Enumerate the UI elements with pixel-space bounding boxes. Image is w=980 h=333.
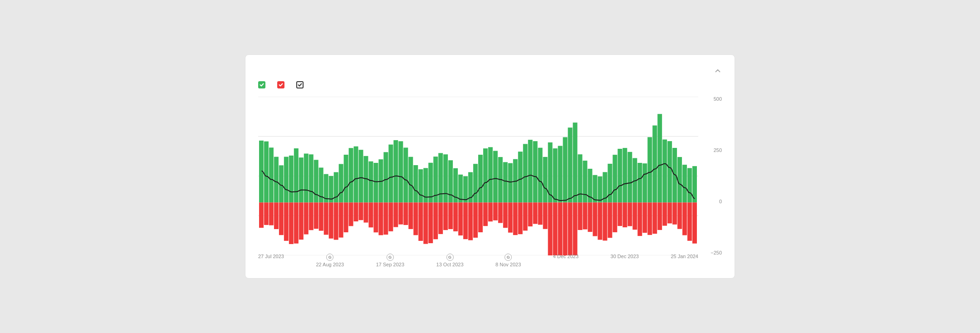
legend-change[interactable] <box>296 81 306 88</box>
y-label-250: 250 <box>714 148 722 153</box>
x-label-dec4: 4 Dec 2023 <box>553 254 578 267</box>
card-header <box>258 66 722 75</box>
x-label-jan-text: 25 Jan 2024 <box>671 254 698 259</box>
legend-lost-checkbox <box>277 81 284 88</box>
google-event-sep: G <box>387 254 394 261</box>
legend-new-checkbox <box>258 81 265 88</box>
y-label-500: 500 <box>714 97 722 102</box>
x-label-aug: G 22 Aug 2023 <box>316 254 344 267</box>
x-label-sep-text: 17 Sep 2023 <box>376 262 404 267</box>
x-label-oct-text: 13 Oct 2023 <box>436 262 464 267</box>
chart-area <box>258 97 698 255</box>
legend-lost[interactable] <box>277 81 287 88</box>
legend-change-checkbox <box>296 81 304 88</box>
x-label-nov: G 8 Nov 2023 <box>495 254 521 267</box>
chart-legend <box>258 81 722 88</box>
google-event-aug: G <box>326 254 333 261</box>
y-label-0: 0 <box>719 199 722 204</box>
x-label-nov-text: 8 Nov 2023 <box>495 262 521 267</box>
google-event-nov1: G <box>505 254 512 261</box>
chart-canvas <box>258 97 698 255</box>
x-label-aug-text: 22 Aug 2023 <box>316 262 344 267</box>
x-label-jul: 27 Jul 2023 <box>258 254 284 267</box>
x-axis: 27 Jul 2023 G 22 Aug 2023 G 17 Sep 2023 … <box>258 255 698 269</box>
google-event-oct: G <box>446 254 454 261</box>
x-label-sep: G 17 Sep 2023 <box>376 254 404 267</box>
x-labels: 27 Jul 2023 G 22 Aug 2023 G 17 Sep 2023 … <box>258 254 698 269</box>
x-label-dec30: 30 Dec 2023 <box>611 254 639 267</box>
x-label-jul-text: 27 Jul 2023 <box>258 254 284 259</box>
legend-new[interactable] <box>258 81 268 88</box>
chart-card: 500 250 0 −250 <box>245 54 735 279</box>
x-label-oct: G 13 Oct 2023 <box>436 254 464 267</box>
y-label-neg250: −250 <box>710 250 722 255</box>
x-label-jan: 25 Jan 2024 <box>671 254 698 267</box>
collapse-icon[interactable] <box>714 67 722 75</box>
y-axis: 500 250 0 −250 <box>700 97 722 255</box>
x-label-dec30-text: 30 Dec 2023 <box>611 254 639 259</box>
chart-container: 500 250 0 −250 <box>258 97 722 269</box>
x-label-dec4-text: 4 Dec 2023 <box>553 254 578 259</box>
